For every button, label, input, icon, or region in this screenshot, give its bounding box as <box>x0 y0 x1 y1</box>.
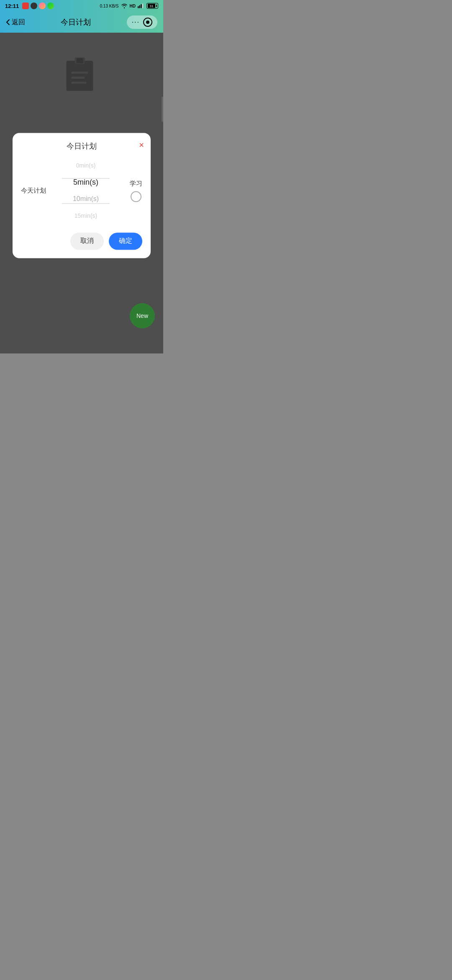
picker-item-5min[interactable]: 5min(s) <box>46 174 126 191</box>
fab-label: New <box>136 312 148 319</box>
picker-item-10min[interactable]: 10min(s) <box>46 191 126 207</box>
picker-left-label: 今天计划 <box>21 187 46 195</box>
nav-more-dots[interactable]: ··· <box>132 18 140 26</box>
app-icon-green <box>47 3 54 9</box>
back-arrow-icon <box>6 19 10 26</box>
right-status-icons: 0.13 KB/S HD 31 <box>100 3 159 9</box>
background-area: 今日计划 × 今天计划 0min(s) 5min(s) 10min(s) <box>0 33 163 353</box>
wifi-icon <box>121 3 128 8</box>
picker-item-15min[interactable]: 15min(s) <box>46 207 126 224</box>
fab-new-button[interactable]: New <box>130 303 155 328</box>
cancel-button[interactable]: 取消 <box>70 232 104 250</box>
category-section: 学习 <box>130 180 142 202</box>
nav-title: 今日计划 <box>61 17 91 27</box>
category-radio[interactable] <box>131 191 141 202</box>
dialog: 今日计划 × 今天计划 0min(s) 5min(s) 10min(s) <box>13 133 151 258</box>
app-icons <box>22 3 54 9</box>
network-speed: 0.13 KB/S <box>100 4 119 8</box>
picker-items-list: 0min(s) 5min(s) 10min(s) 15min(s) <box>46 157 126 224</box>
category-label: 学习 <box>130 180 142 188</box>
app-icon-pink <box>39 3 46 9</box>
time-picker[interactable]: 0min(s) 5min(s) 10min(s) 15min(s) <box>46 157 126 224</box>
hd-badge: HD <box>130 4 136 8</box>
dialog-title: 今日计划 <box>67 141 97 151</box>
svg-rect-2 <box>141 4 141 8</box>
signal-icon <box>138 3 144 8</box>
svg-rect-3 <box>142 3 143 8</box>
picker-area: 今天计划 0min(s) 5min(s) 10min(s) 15min(s) <box>13 157 151 224</box>
dialog-header: 今日计划 × <box>13 141 151 157</box>
back-button[interactable]: 返回 <box>6 18 25 27</box>
nav-record-button[interactable] <box>143 18 152 27</box>
nav-bar: 返回 今日计划 ··· <box>0 12 163 33</box>
dialog-buttons: 取消 确定 <box>13 224 151 250</box>
svg-rect-0 <box>138 6 139 8</box>
nav-pill-actions[interactable]: ··· <box>127 15 157 29</box>
svg-rect-1 <box>139 5 140 8</box>
status-time: 12:11 <box>5 3 19 9</box>
picker-item-0min[interactable]: 0min(s) <box>46 157 126 174</box>
dialog-close-button[interactable]: × <box>139 140 144 150</box>
confirm-button[interactable]: 确定 <box>109 232 142 250</box>
app-icon-red <box>22 3 29 9</box>
app-icon-dark <box>31 3 37 9</box>
status-bar: 12:11 0.13 KB/S HD 31 <box>0 0 163 12</box>
battery-icon: 31 <box>146 3 158 9</box>
